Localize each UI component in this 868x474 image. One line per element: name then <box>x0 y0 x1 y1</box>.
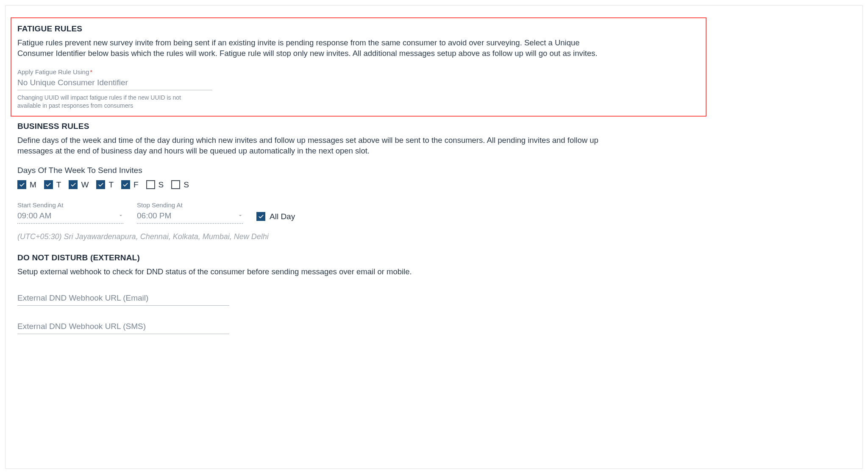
start-sending-select[interactable]: 09:00 AM <box>17 210 123 224</box>
day-label: S <box>184 180 189 190</box>
day-item: F <box>121 180 139 190</box>
timezone-text: (UTC+05:30) Sri Jayawardenapura, Chennai… <box>17 232 851 241</box>
day-item: W <box>69 180 89 190</box>
days-of-week-row: MTWTFSS <box>17 180 851 190</box>
dnd-email-group <box>17 292 851 306</box>
day-checkbox[interactable] <box>146 180 155 189</box>
chevron-down-icon <box>118 212 123 220</box>
day-label: T <box>56 180 61 190</box>
day-checkbox[interactable] <box>171 180 180 189</box>
apply-fatigue-helper: Changing UUID will impact fatigue rules … <box>17 94 204 110</box>
fatigue-rules-highlight: FATIGUE RULES Fatigue rules prevent new … <box>11 17 707 117</box>
business-rules-title: BUSINESS RULES <box>17 122 851 131</box>
day-label: M <box>30 180 36 190</box>
day-item: S <box>171 180 189 190</box>
all-day-checkbox[interactable] <box>256 212 265 221</box>
fatigue-rules-description: Fatigue rules prevent new survey invite … <box>17 38 611 59</box>
day-checkbox[interactable] <box>121 180 130 189</box>
all-day-field: All Day <box>256 212 295 224</box>
days-of-week-label: Days Of The Week To Send Invites <box>17 166 851 175</box>
business-rules-section: BUSINESS RULES Define days of the week a… <box>17 122 851 241</box>
business-rules-description: Define days of the week and time of the … <box>17 135 611 156</box>
dnd-sms-webhook-input[interactable] <box>17 320 229 334</box>
day-checkbox[interactable] <box>17 180 26 189</box>
day-checkbox[interactable] <box>69 180 78 189</box>
day-item: S <box>146 180 164 190</box>
chevron-down-icon <box>238 212 243 220</box>
day-label: W <box>81 180 89 190</box>
day-item: T <box>96 180 114 190</box>
day-item: M <box>17 180 36 190</box>
stop-sending-select[interactable]: 06:00 PM <box>137 210 243 224</box>
start-sending-label: Start Sending At <box>17 201 123 209</box>
day-label: S <box>159 180 164 190</box>
dnd-section: DO NOT DISTURB (EXTERNAL) Setup external… <box>17 253 851 334</box>
fatigue-rules-title: FATIGUE RULES <box>17 24 700 33</box>
settings-panel: FATIGUE RULES Fatigue rules prevent new … <box>5 5 863 469</box>
all-day-label: All Day <box>270 212 295 221</box>
stop-sending-value: 06:00 PM <box>137 211 171 220</box>
day-label: F <box>134 180 139 190</box>
apply-fatigue-field: Apply Fatigue Rule Using* Changing UUID … <box>17 68 700 110</box>
day-item: T <box>44 180 61 190</box>
dnd-email-webhook-input[interactable] <box>17 292 229 306</box>
start-sending-value: 09:00 AM <box>17 211 51 220</box>
day-checkbox[interactable] <box>44 180 53 189</box>
time-row: Start Sending At 09:00 AM Stop Sending A… <box>17 201 851 224</box>
required-indicator-icon: * <box>90 68 92 75</box>
apply-fatigue-label-text: Apply Fatigue Rule Using <box>17 68 89 75</box>
day-checkbox[interactable] <box>96 180 105 189</box>
stop-sending-field: Stop Sending At 06:00 PM <box>137 201 243 224</box>
dnd-title: DO NOT DISTURB (EXTERNAL) <box>17 253 851 262</box>
apply-fatigue-input[interactable] <box>17 76 212 90</box>
start-sending-field: Start Sending At 09:00 AM <box>17 201 123 224</box>
stop-sending-label: Stop Sending At <box>137 201 243 209</box>
day-label: T <box>108 180 114 190</box>
dnd-sms-group <box>17 320 851 334</box>
apply-fatigue-label: Apply Fatigue Rule Using* <box>17 68 700 75</box>
dnd-description: Setup external webhook to check for DND … <box>17 267 611 277</box>
